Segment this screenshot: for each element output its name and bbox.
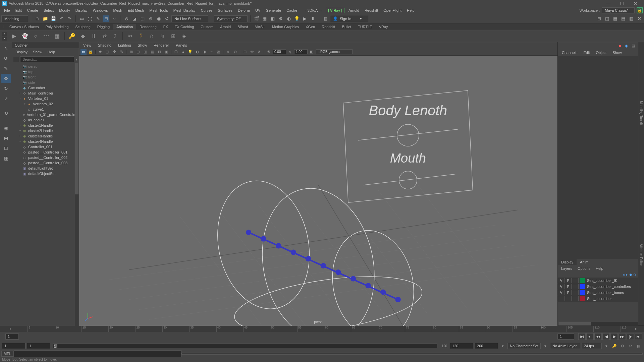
time-current-field[interactable]: [5, 334, 19, 340]
vp-ao-icon[interactable]: ◑: [201, 49, 207, 55]
menu-create[interactable]: Create: [24, 7, 41, 13]
ipr-icon[interactable]: ◧: [269, 15, 276, 22]
anim-start-field[interactable]: [2, 343, 25, 349]
play-backward-button[interactable]: ◀: [602, 333, 610, 340]
toggle-channel-box-icon[interactable]: ▤: [620, 15, 627, 22]
workspace-selector[interactable]: Maya Classic*: [602, 7, 635, 13]
move-layer-up-icon[interactable]: ◂: [623, 273, 625, 277]
layer-visibility-toggle[interactable]: V: [558, 284, 565, 289]
vp-2d-pan-icon[interactable]: ✥: [111, 49, 117, 55]
outliner-node-defaultlightset[interactable]: ▣defaultLightSet: [12, 166, 79, 171]
set-breakdown-icon[interactable]: ◆: [78, 32, 88, 41]
render-settings-icon[interactable]: ⚙: [277, 15, 284, 22]
create-deformer-icon[interactable]: ≋: [158, 32, 167, 41]
create-pose-icon[interactable]: 🕴: [136, 32, 146, 41]
open-scene-icon[interactable]: 📁: [42, 15, 49, 22]
ghost-icon[interactable]: 👻: [20, 32, 30, 41]
set-key-icon[interactable]: 🔑: [67, 32, 77, 41]
time-ruler[interactable]: 5101520253035404550556065707580859095100…: [14, 326, 634, 332]
shelf-tab-arnold[interactable]: Arnold: [217, 24, 234, 29]
shelf-left-handle[interactable]: ◂▴: [2, 32, 7, 41]
unghost-icon[interactable]: ○: [31, 32, 40, 41]
outliner-node-curve1[interactable]: ◇curve1: [12, 107, 79, 112]
move-tool[interactable]: ✥: [1, 74, 11, 83]
snap-grid-icon[interactable]: ⊞: [103, 15, 109, 22]
snap-together-icon[interactable]: ⊡: [1, 143, 11, 153]
playback-current-field[interactable]: [557, 334, 574, 340]
layer-row-sea_cucumber[interactable]: Sea_cucumber: [558, 296, 638, 302]
vp-menu-show[interactable]: Show: [135, 43, 150, 48]
menu-display[interactable]: Display: [73, 7, 90, 13]
outliner-node-persp[interactable]: 📷persp: [12, 64, 79, 69]
add-empty-layer-icon[interactable]: ◇: [633, 273, 636, 277]
toggle-icon[interactable]: ↺: [163, 15, 170, 22]
lasso-tool[interactable]: ⟳: [1, 54, 11, 63]
pause-icon[interactable]: ⏸: [310, 15, 316, 22]
add-layer-icon[interactable]: ◆: [629, 273, 632, 277]
outliner-node-controller_001[interactable]: ◇Controller_001: [12, 144, 79, 149]
shelf-tab-fx-caching[interactable]: FX Caching: [171, 24, 197, 29]
soft-select-icon[interactable]: ◉: [1, 123, 11, 133]
live-surface-selector[interactable]: No Live Surface: [171, 15, 208, 22]
shelf-tab-rendering[interactable]: Rendering: [136, 24, 160, 29]
create-clip-icon[interactable]: ✂: [125, 32, 135, 41]
menu-mesh[interactable]: Mesh: [110, 7, 125, 13]
outliner-tree[interactable]: 📷persp📷top📷front📷side◆Cucumber+◇Main_con…: [12, 63, 79, 326]
vp-isolate-icon[interactable]: ⊡: [242, 49, 248, 55]
toggle-tool-settings-icon[interactable]: ⚒: [636, 15, 643, 22]
vp-menu-lighting[interactable]: Lighting: [115, 43, 134, 48]
vp-menu-renderer[interactable]: Renderer: [151, 43, 172, 48]
ghost-selected-icon[interactable]: ⎌: [147, 32, 156, 41]
layer-menu-options[interactable]: Options: [576, 266, 592, 271]
snap-center-icon[interactable]: ⊕: [147, 15, 154, 22]
layout-icon[interactable]: ▦: [1, 154, 11, 163]
outliner-scrollbar[interactable]: [75, 63, 79, 326]
cb-menu-show[interactable]: Show: [610, 50, 624, 55]
expand-icon[interactable]: +: [18, 124, 22, 127]
shelf-tab-custom[interactable]: Custom: [197, 24, 217, 29]
shelf-tab-vray[interactable]: VRay: [376, 24, 391, 29]
vp-grease-pencil-icon[interactable]: ✎: [118, 49, 124, 55]
vp-menu-view[interactable]: View: [80, 43, 94, 48]
snap-curve-icon[interactable]: ～: [111, 15, 117, 22]
anim-end-field[interactable]: [475, 343, 498, 349]
vp-xray-icon[interactable]: ◈: [225, 49, 231, 55]
close-button[interactable]: ✕: [629, 0, 642, 7]
step-forward-frame-button[interactable]: |▸: [627, 333, 634, 340]
paint-tool[interactable]: ✎: [1, 64, 11, 73]
cb-manip-icon[interactable]: ◆: [617, 43, 623, 48]
auto-key-icon[interactable]: 🔑: [611, 343, 618, 349]
symmetry-icon[interactable]: ⧓: [1, 133, 11, 143]
play-icon[interactable]: ▶: [302, 15, 308, 22]
outliner-node-pasted__controller_001[interactable]: ◇pasted__Controller_001: [12, 149, 79, 155]
outliner-node-cucumber[interactable]: ◆Cucumber: [12, 85, 79, 90]
wrap-icon[interactable]: ◈: [179, 32, 189, 41]
viewport-3d[interactable]: Body Lenoth Mouth persp: [79, 56, 557, 326]
outliner-node-vertebra_01_parentconstraint1[interactable]: ◇Vertebra_01_parentConstraint1: [12, 112, 79, 117]
outliner-node-pasted__controller_003[interactable]: ◇pasted__Controller_003: [12, 160, 79, 166]
outliner-node-vertebra_02[interactable]: +●Vertebra_02: [12, 101, 79, 107]
outliner-node-defaultobjectset[interactable]: ▣defaultObjectSet: [12, 171, 79, 176]
vp-smooth-shade-icon[interactable]: ●: [180, 49, 186, 55]
vp-use-lights-icon[interactable]: 💡: [187, 49, 193, 55]
shelf-tab-poly-modeling[interactable]: Poly Modeling: [42, 24, 72, 29]
outliner-menu-show[interactable]: Show: [31, 49, 44, 55]
menu-arnold[interactable]: Arnold: [346, 7, 362, 13]
menu-select[interactable]: Select: [41, 7, 57, 13]
outliner-node-cluster1handle[interactable]: +⊕cluster1Handle: [12, 123, 79, 128]
signin-button[interactable]: 👤 Sign In ▾: [330, 15, 368, 22]
vp-resolution-gate-icon[interactable]: ◫: [142, 49, 148, 55]
light-editor-icon[interactable]: 💡: [293, 15, 300, 22]
toggle-attribute-editor-icon[interactable]: ▥: [628, 15, 635, 22]
vp-color-mgmt-icon[interactable]: ◧: [309, 49, 315, 55]
shelf-tab-animation[interactable]: Animation: [113, 24, 136, 29]
render-icon[interactable]: 🎬: [253, 15, 260, 22]
menu-edit[interactable]: Edit: [13, 7, 24, 13]
toggle-hud-icon[interactable]: ◫: [604, 15, 610, 22]
vp-grid-icon[interactable]: ⊞: [128, 49, 134, 55]
vp-wireframe-icon[interactable]: ⬡: [173, 49, 179, 55]
time-scroll-left-icon[interactable]: ◂: [9, 327, 13, 331]
menu-openflight[interactable]: OpenFlight: [381, 7, 404, 13]
expand-icon[interactable]: +: [18, 129, 22, 132]
lattice-icon[interactable]: ⊞: [168, 32, 178, 41]
